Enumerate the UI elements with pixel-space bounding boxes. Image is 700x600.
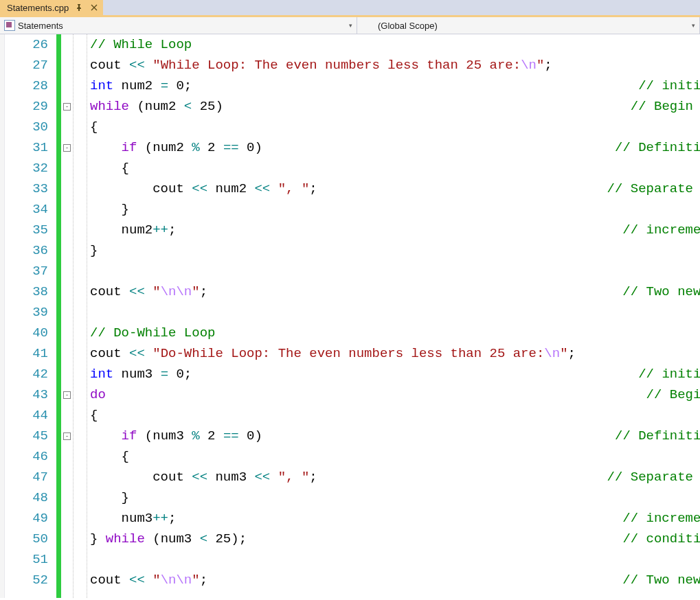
code-line[interactable]: num3++; // increment (90, 508, 700, 529)
code-line[interactable] (90, 302, 700, 323)
line-number: 48 (5, 487, 48, 508)
line-number: 42 (5, 364, 48, 384)
line-number: 47 (5, 467, 48, 487)
selection-margin (0, 34, 5, 598)
chevron-down-icon: ▾ (349, 22, 352, 29)
line-number: 43 (5, 384, 48, 405)
code-line[interactable]: cout << "Do-While Loop: The even numbers… (90, 343, 700, 364)
code-line[interactable]: if (num2 % 2 == 0) // Definition of an e… (90, 137, 700, 158)
code-line[interactable]: int num3 = 0; // initialize (90, 364, 700, 384)
scope-class-label: Statements (18, 21, 63, 31)
code-line[interactable]: num2++; // increment (90, 220, 700, 240)
code-line[interactable]: while (num2 < 25) // Begin While Loop (90, 96, 700, 117)
line-number: 29 (5, 96, 48, 117)
code-line[interactable]: } (90, 240, 700, 261)
outline-collapse-box[interactable]: - (63, 432, 71, 440)
code-line[interactable]: int num2 = 0; // initialize (90, 76, 700, 96)
line-number: 50 (5, 529, 48, 549)
code-line[interactable]: // While Loop (90, 34, 700, 55)
code-line[interactable]: { (90, 117, 700, 137)
code-line[interactable]: do // Begin Do-While Loop (90, 384, 700, 405)
line-number: 46 (5, 446, 48, 467)
code-line[interactable]: cout << "\n\n"; // Two new lines separat… (90, 281, 700, 302)
file-tab[interactable]: Statements.cpp (0, 0, 103, 15)
line-number: 36 (5, 240, 48, 261)
line-number: 41 (5, 343, 48, 364)
tab-filename: Statements.cpp (7, 3, 69, 13)
code-line[interactable]: } (90, 487, 700, 508)
code-line[interactable]: cout << num2 << ", "; // Separate each r… (90, 178, 700, 199)
line-number: 51 (5, 549, 48, 570)
line-number: 44 (5, 405, 48, 426)
line-number-gutter: 2627282930313233343536373839404142434445… (5, 34, 56, 598)
line-number: 40 (5, 323, 48, 343)
code-line[interactable]: // Do-While Loop (90, 323, 700, 343)
outline-collapse-box[interactable]: - (63, 103, 71, 111)
line-number: 31 (5, 137, 48, 158)
outline-collapse-box[interactable]: - (63, 144, 71, 152)
code-line[interactable]: cout << "While Loop: The even numbers le… (90, 55, 700, 76)
line-number: 30 (5, 117, 48, 137)
code-editor[interactable]: 2627282930313233343536373839404142434445… (0, 34, 700, 598)
indent-guide-gutter (74, 34, 87, 598)
code-line[interactable]: { (90, 158, 700, 178)
line-number: 26 (5, 34, 48, 55)
code-line[interactable]: { (90, 405, 700, 426)
close-icon[interactable] (89, 3, 99, 12)
line-number: 27 (5, 55, 48, 76)
line-number: 35 (5, 220, 48, 240)
class-icon (4, 20, 15, 31)
line-number: 34 (5, 199, 48, 220)
code-line[interactable]: { (90, 446, 700, 467)
scope-member-dropdown[interactable]: (Global Scope) ▾ (357, 17, 700, 34)
change-tracking-bar (56, 34, 61, 598)
line-number: 37 (5, 261, 48, 281)
line-number: 38 (5, 281, 48, 302)
code-line[interactable] (90, 261, 700, 281)
outline-collapse-box[interactable]: - (63, 391, 71, 399)
navigation-bar: Statements ▾ (Global Scope) ▾ (0, 17, 700, 34)
tab-strip: Statements.cpp (0, 0, 700, 17)
code-line[interactable]: if (num3 % 2 == 0) // Definition of an e… (90, 426, 700, 446)
outlining-gutter[interactable]: ---- (61, 34, 74, 598)
code-line[interactable] (90, 549, 700, 570)
line-number: 49 (5, 508, 48, 529)
code-text-area[interactable]: // While Loopcout << "While Loop: The ev… (87, 34, 700, 598)
code-line[interactable]: cout << "\n\n"; // Two new lines separat… (90, 570, 700, 590)
line-number: 33 (5, 178, 48, 199)
line-number: 39 (5, 302, 48, 323)
line-number: 45 (5, 426, 48, 446)
scope-member-label: (Global Scope) (378, 21, 438, 31)
chevron-down-icon: ▾ (692, 22, 695, 29)
scope-class-dropdown[interactable]: Statements ▾ (0, 17, 357, 34)
line-number: 32 (5, 158, 48, 178)
line-number: 52 (5, 570, 48, 590)
pin-icon[interactable] (74, 3, 84, 12)
code-line[interactable]: cout << num3 << ", "; // Separate each r… (90, 467, 700, 487)
code-line[interactable]: } (90, 199, 700, 220)
line-number: 28 (5, 76, 48, 96)
code-line[interactable]: } while (num3 < 25); // condition (90, 529, 700, 549)
